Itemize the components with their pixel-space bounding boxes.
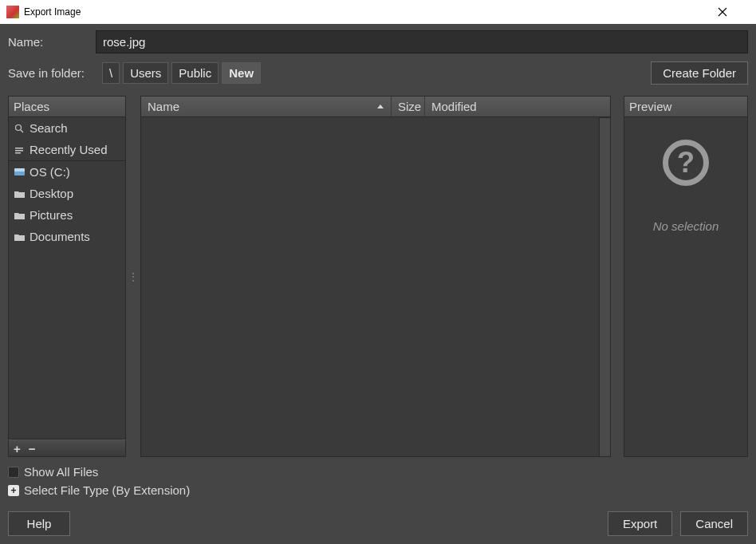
sort-asc-icon [376,103,384,111]
file-type-expander[interactable]: + Select File Type (By Extension) [8,483,748,497]
column-name[interactable]: Name [141,97,392,116]
file-list[interactable] [140,117,600,457]
folder-icon [14,231,25,242]
create-folder-button[interactable]: Create Folder [651,61,748,85]
crumb-root[interactable]: \ [102,62,120,84]
recent-icon [14,144,25,156]
title-bar: Export Image [0,0,756,24]
place-search[interactable]: Search [9,117,125,139]
folder-icon [14,188,25,199]
app-icon [6,6,19,18]
column-label: Size [398,100,421,113]
column-label: Modified [431,100,477,113]
place-label: Pictures [30,208,73,222]
svg-rect-4 [15,152,21,154]
place-drive-c[interactable]: OS (C:) [9,161,125,183]
plus-icon: + [8,485,19,496]
place-label: OS (C:) [30,165,70,179]
svg-rect-3 [15,150,23,152]
place-documents[interactable]: Documents [9,226,125,247]
file-list-scrollbar[interactable] [600,117,611,457]
place-label: Recently Used [30,143,108,156]
column-size[interactable]: Size [392,97,425,116]
svg-rect-2 [15,148,23,149]
remove-place-button[interactable]: − [29,442,36,455]
cancel-button[interactable]: Cancel [680,511,748,536]
column-modified[interactable]: Modified [425,97,610,116]
pane-splitter[interactable] [131,96,136,457]
column-label: Name [148,100,179,113]
preview-pane: ? No selection [624,117,748,457]
export-button[interactable]: Export [608,511,672,536]
place-label: Search [30,121,68,135]
svg-line-1 [21,130,23,132]
file-list-header: Name Size Modified [140,96,611,117]
svg-rect-6 [14,168,25,171]
add-place-button[interactable]: + [14,442,21,455]
checkbox-label: Show All Files [24,465,98,479]
breadcrumb: \ Users Public New [102,62,651,84]
folder-icon [14,210,25,221]
place-label: Documents [30,230,90,243]
window-title: Export Image [24,6,718,18]
place-pictures[interactable]: Pictures [9,204,125,226]
show-all-files-checkbox[interactable]: Show All Files [8,465,748,479]
places-list: Search Recently Used OS (C:) [8,117,126,440]
question-icon: ? [663,140,709,186]
drive-icon [14,167,25,178]
filename-input[interactable] [96,30,748,53]
help-button[interactable]: Help [8,511,70,536]
crumb-users[interactable]: Users [123,62,168,84]
crumb-new[interactable]: New [222,62,261,84]
places-toolbar: + − [8,440,126,457]
expander-label: Select File Type (By Extension) [24,483,190,497]
preview-empty-text: No selection [653,219,719,233]
search-icon [14,123,25,134]
folder-label: Save in folder: [8,66,102,80]
place-recent[interactable]: Recently Used [9,139,125,160]
place-desktop[interactable]: Desktop [9,183,125,204]
places-header: Places [8,96,126,117]
close-button[interactable] [718,7,750,17]
name-label: Name: [8,35,96,49]
checkbox-icon [8,467,19,478]
preview-header: Preview [624,96,748,117]
svg-point-0 [16,124,22,130]
close-icon [718,7,727,17]
crumb-public[interactable]: Public [171,62,219,84]
place-label: Desktop [30,187,73,200]
